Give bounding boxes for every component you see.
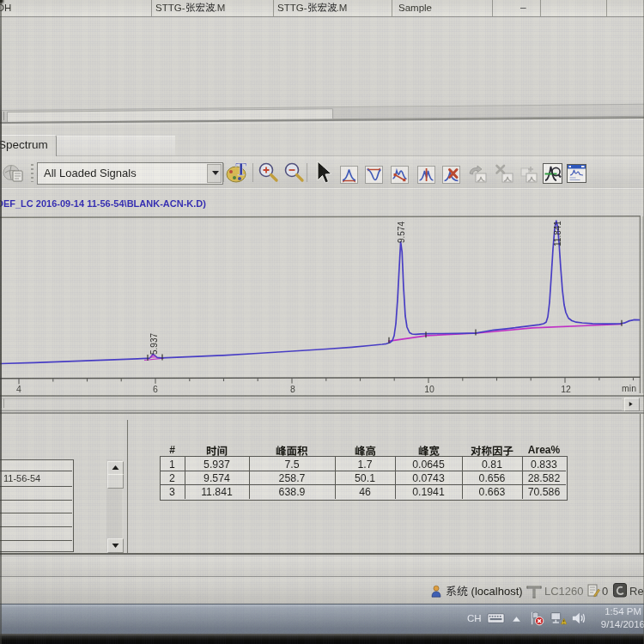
svg-text:min: min xyxy=(622,383,636,393)
svg-text:6: 6 xyxy=(153,384,158,394)
svg-text:10: 10 xyxy=(424,384,434,394)
svg-text:5.937: 5.937 xyxy=(149,333,159,355)
svg-text:4: 4 xyxy=(16,384,21,394)
svg-text:12: 12 xyxy=(561,384,571,394)
svg-text:T: T xyxy=(235,160,247,179)
svg-text:9.574: 9.574 xyxy=(397,222,406,243)
svg-text:8: 8 xyxy=(290,384,295,394)
svg-text:11.841: 11.841 xyxy=(553,221,562,246)
